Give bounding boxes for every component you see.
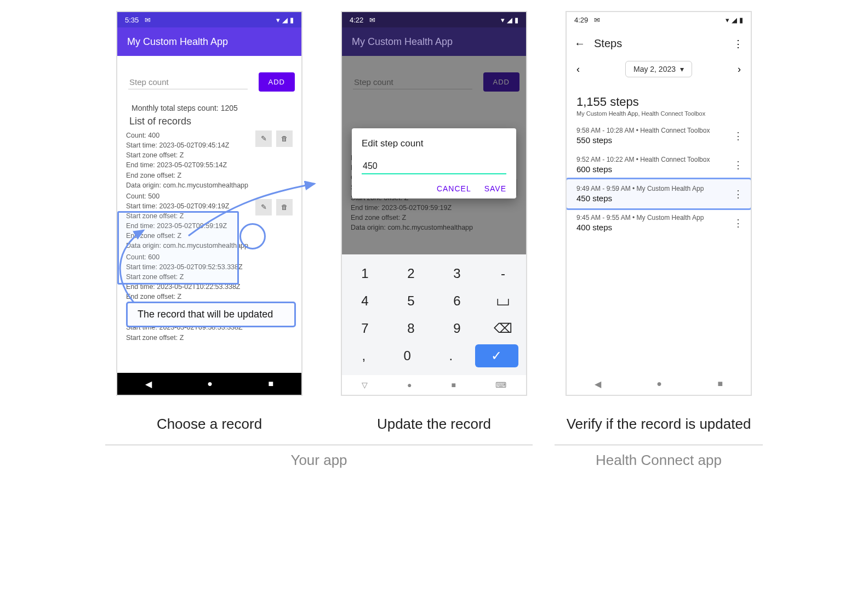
record-field: Start time: 2023-05-02T09:52:53.338Z: [126, 262, 295, 272]
status-time: 4:29: [574, 16, 588, 24]
steps-entry[interactable]: 9:52 AM - 10:22 AM • Health Connect Tool…: [567, 150, 751, 179]
summary-block: 1,155 steps My Custom Health App, Health…: [567, 85, 751, 121]
edit-button[interactable]: ✎: [255, 199, 272, 215]
more-icon[interactable]: ⋮: [733, 130, 743, 142]
app-title: My Custom Health App: [127, 36, 228, 48]
key-3[interactable]: 3: [434, 260, 480, 287]
cancel-button[interactable]: CANCEL: [437, 184, 471, 193]
footer-labels: Your app Health Connect app: [0, 433, 868, 469]
column-update-record: 4:22 ✉ ▾ ◢ ▮ My Custom Health App Step c…: [341, 11, 527, 433]
edit-step-count-dialog: Edit step count 450 CANCEL SAVE: [352, 128, 516, 198]
list-of-records-title: List of records: [129, 116, 295, 127]
record-field: End time: 2023-05-02T10:22:53.338Z: [126, 282, 295, 292]
system-nav-bar: ◀ ● ■: [567, 373, 751, 395]
record-field: End zone offset: Z: [126, 292, 295, 302]
record-field: Count: 600: [126, 252, 295, 262]
key-comma[interactable]: ,: [342, 342, 386, 370]
entry-value: 600 steps: [576, 164, 741, 174]
keyboard-icon[interactable]: ⌨: [495, 381, 506, 389]
steps-entry[interactable]: 9:45 AM - 9:55 AM • My Custom Health App…: [567, 208, 751, 237]
steps-entry[interactable]: 9:49 AM - 9:59 AM • My Custom Health App…: [567, 179, 751, 208]
entry-meta: 9:52 AM - 10:22 AM • Health Connect Tool…: [576, 156, 741, 163]
pencil-icon: ✎: [261, 134, 267, 144]
record-item: ✎ 🗑 Count: 400 Start time: 2023-05-02T09…: [126, 130, 295, 190]
more-icon[interactable]: ⋮: [733, 217, 743, 229]
status-bar: 4:29 ✉ ▾ ◢ ▮: [567, 12, 751, 27]
key-backspace[interactable]: ⌫: [480, 315, 526, 342]
entry-value: 400 steps: [576, 223, 741, 232]
trash-icon: 🗑: [281, 134, 288, 144]
key-9[interactable]: 9: [434, 315, 480, 342]
record-field: Start zone offset: Z: [126, 150, 295, 160]
add-button[interactable]: ADD: [259, 72, 295, 92]
key-7[interactable]: 7: [342, 315, 388, 342]
monthly-total-label: Monthly total steps count: 1205: [132, 104, 295, 112]
record-field: End zone offset: Z: [126, 231, 295, 241]
caption-1: Choose a record: [157, 416, 262, 433]
caption-3: Verify if the record is updated: [567, 416, 751, 433]
delete-button[interactable]: 🗑: [276, 130, 293, 147]
prev-date-button[interactable]: ‹: [576, 64, 580, 75]
key-4[interactable]: 4: [342, 287, 388, 315]
date-label: May 2, 2023: [633, 65, 676, 73]
steps-entry[interactable]: 9:58 AM - 10:28 AM • Health Connect Tool…: [567, 121, 751, 150]
back-icon[interactable]: ▽: [362, 381, 368, 389]
numeric-keypad: 1 2 3 - 4 5 6 ⌴ 7 8 9 ⌫ ,: [342, 254, 526, 375]
page-title: Steps: [594, 37, 724, 50]
trash-icon: 🗑: [281, 202, 288, 212]
home-icon[interactable]: ●: [207, 379, 213, 389]
add-button[interactable]: ADD: [483, 72, 519, 92]
signal-icon: ◢: [732, 16, 737, 24]
record-field: Data origin: com.hc.mycustomhealthapp: [126, 241, 295, 251]
delete-button[interactable]: 🗑: [276, 199, 293, 215]
back-icon[interactable]: ◀: [145, 379, 152, 389]
step-count-input[interactable]: Step count: [353, 75, 472, 89]
recents-icon[interactable]: ■: [269, 379, 274, 389]
next-date-button[interactable]: ›: [738, 64, 741, 75]
key-period[interactable]: .: [429, 342, 473, 370]
wifi-icon: ▾: [501, 16, 505, 24]
battery-icon: ▮: [739, 16, 743, 24]
annotation-text: The record that will be updated: [138, 309, 273, 320]
key-2[interactable]: 2: [388, 260, 434, 287]
page-header: ← Steps ⋮: [567, 27, 751, 53]
more-icon[interactable]: ⋮: [733, 188, 743, 200]
home-icon[interactable]: ●: [407, 381, 412, 389]
key-space[interactable]: ⌴: [480, 287, 526, 315]
key-dash[interactable]: -: [480, 260, 526, 287]
key-1[interactable]: 1: [342, 260, 388, 287]
annotation-callout: The record that will be updated: [126, 302, 296, 327]
back-arrow-icon[interactable]: ←: [574, 37, 585, 50]
key-done[interactable]: ✓: [475, 344, 519, 367]
record-field: Start zone offset: Z: [126, 272, 295, 282]
more-icon[interactable]: ⋮: [733, 38, 743, 50]
summary-subtitle: My Custom Health App, Health Connect Too…: [576, 110, 741, 117]
save-button[interactable]: SAVE: [484, 184, 506, 193]
key-8[interactable]: 8: [388, 315, 434, 342]
key-6[interactable]: 6: [434, 287, 480, 315]
home-icon[interactable]: ●: [656, 379, 662, 389]
step-count-input[interactable]: Step count: [128, 75, 248, 89]
footer-your-app: Your app: [105, 445, 533, 469]
battery-icon: ▮: [290, 16, 294, 24]
pencil-icon: ✎: [261, 202, 267, 212]
back-icon[interactable]: ◀: [595, 379, 601, 389]
dialog-value-input[interactable]: 450: [362, 159, 506, 174]
app-bar: My Custom Health App: [117, 27, 301, 56]
status-bar: 5:35 ✉ ▾ ◢ ▮: [117, 12, 301, 27]
key-0[interactable]: 0: [386, 342, 430, 370]
mail-icon: ✉: [145, 16, 151, 24]
mail-icon: ✉: [369, 16, 375, 24]
status-icons: ▾ ◢ ▮: [276, 16, 294, 24]
key-5[interactable]: 5: [388, 287, 434, 315]
phone-1: 5:35 ✉ ▾ ◢ ▮ My Custom Health App Step c…: [116, 11, 302, 396]
content-area: Step count ADD ✎ 🗑 End zone offset: Z Da…: [342, 56, 526, 254]
wifi-icon: ▾: [726, 16, 729, 24]
recents-icon[interactable]: ■: [452, 381, 456, 389]
edit-button[interactable]: ✎: [255, 130, 272, 147]
date-pill[interactable]: May 2, 2023 ▾: [625, 61, 692, 77]
recents-icon[interactable]: ■: [718, 379, 723, 389]
phone-3: 4:29 ✉ ▾ ◢ ▮ ← Steps ⋮ ‹ May 2, 2023 ▾: [566, 11, 752, 396]
more-icon[interactable]: ⋮: [733, 159, 743, 171]
record-field: Data origin: com.hc.mycustomhealthapp: [351, 223, 519, 232]
